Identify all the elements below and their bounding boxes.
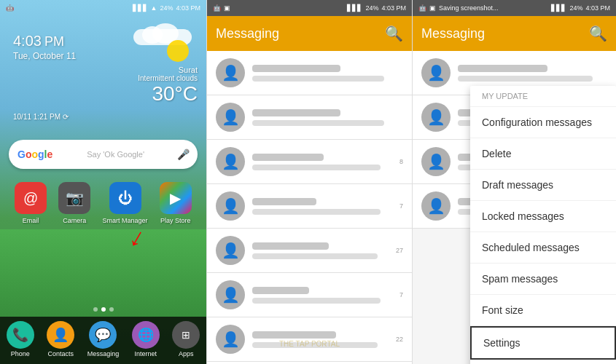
google-logo: Google <box>17 149 52 160</box>
conv-msg-bar <box>252 76 384 82</box>
avatar: 👤 <box>421 58 451 87</box>
battery-text: 24% <box>160 4 173 12</box>
messaging-title: Messaging <box>216 26 279 41</box>
list-item[interactable]: 👤 <box>207 95 412 140</box>
list-item[interactable]: 👤 7 <box>207 273 412 317</box>
watermark-text: THE TAP PORTAL <box>207 340 412 348</box>
conv-content <box>252 109 399 126</box>
nav-messaging[interactable]: 💬 Messaging <box>87 321 120 357</box>
dropdown-item-my-update[interactable]: MY UPDATE <box>470 86 616 107</box>
nav-apps[interactable]: ⊞ Apps <box>172 321 200 357</box>
dropdown-item-config-messages[interactable]: Configuration messages <box>470 107 616 138</box>
avatar: 👤 <box>216 191 245 221</box>
avatar: 👤 <box>216 236 245 265</box>
nav-phone[interactable]: 📞 Phone <box>7 321 34 357</box>
dropdown-item-scheduled-messages[interactable]: Scheduled messages <box>470 232 616 264</box>
google-hint-text: Say 'Ok Google' <box>54 150 177 159</box>
right-status-right: ▋▋▋ 24% 4:03 PM <box>551 4 610 12</box>
email-app-icon[interactable]: @ Email <box>15 182 47 224</box>
right-screenshot-icon: ▣ <box>429 4 436 12</box>
mid-battery: 24% <box>365 4 378 12</box>
dropdown-item-delete[interactable]: Delete <box>470 138 616 170</box>
search-icon[interactable]: 🔍 <box>385 25 403 42</box>
bottom-nav-bar: 📞 Phone 👤 Contacts 💬 Messaging 🌐 Interne… <box>0 317 206 364</box>
dropdown-item-help[interactable]: Help <box>470 360 616 364</box>
dropdown-item-font-size[interactable]: Font size <box>470 295 616 326</box>
saving-text: Saving screenshot... <box>439 4 499 12</box>
right-battery: 24% <box>569 4 582 12</box>
apps-row: @ Email 📷 Camera ⏻ Smart Manager ▶ Play … <box>9 182 198 224</box>
conv-msg-bar <box>252 209 381 215</box>
right-messaging-title: Messaging <box>421 26 485 41</box>
phone-icon: 📞 <box>7 321 34 349</box>
conv-name-bar <box>252 287 309 294</box>
conv-name-bar <box>252 242 329 250</box>
weather-temp: 30°C <box>138 82 198 106</box>
nav-internet[interactable]: 🌐 Internet <box>132 321 160 357</box>
avatar: 👤 <box>421 147 451 176</box>
conv-name-bar <box>458 65 547 72</box>
right-search-icon[interactable]: 🔍 <box>589 25 607 42</box>
home-time-display: 4:03PM Tue, October 11 <box>13 20 76 61</box>
right-time: 4:03 PM <box>585 4 610 12</box>
home-date: Tue, October 11 <box>13 51 76 61</box>
conv-msg-bar <box>252 165 381 170</box>
right-signal: ▋▋▋ <box>551 4 566 12</box>
dropdown-item-draft-messages[interactable]: Draft messages <box>470 170 616 201</box>
nav-contacts[interactable]: 👤 Contacts <box>47 321 74 357</box>
conv-time: 8 <box>399 158 403 165</box>
mic-icon[interactable]: 🎤 <box>177 149 189 160</box>
google-search-bar[interactable]: Google Say 'Ok Google' 🎤 <box>9 140 198 169</box>
smart-manager-app-icon[interactable]: ⏻ Smart Manager <box>103 182 148 224</box>
right-status-bar: 🤖 ▣ Saving screenshot... ▋▋▋ 24% 4:03 PM <box>413 0 616 16</box>
clock-digits: 4:03 <box>13 33 42 49</box>
dropdown-item-settings[interactable]: Settings <box>470 326 616 360</box>
status-bar: 🤖 ▋▋▋ ▲ 24% 4:03 PM <box>0 0 206 16</box>
conv-time: 7 <box>399 202 403 210</box>
list-item[interactable]: 👤 <box>207 51 412 95</box>
right-messaging-header: Messaging 🔍 <box>413 16 616 51</box>
list-item[interactable]: 👤 8 <box>207 140 412 184</box>
time-text: 4:03 PM <box>176 4 200 12</box>
conv-content <box>458 65 607 82</box>
nav-internet-label: Internet <box>134 350 157 357</box>
weather-widget: Surat Intermittent clouds 30°C <box>138 66 198 106</box>
weather-description: Intermittent clouds <box>138 74 198 82</box>
right-android-icon: 🤖 <box>418 4 426 12</box>
messaging-header: Messaging 🔍 <box>207 16 412 51</box>
avatar: 👤 <box>421 103 451 132</box>
date-sync-info: 10/11 1:21 PM ⟳ <box>13 113 69 121</box>
conv-msg-bar <box>252 298 381 304</box>
conversation-list[interactable]: 👤 👤 👤 8 👤 <box>207 51 412 364</box>
nav-phone-label: Phone <box>11 350 30 357</box>
conv-name-bar <box>252 154 324 161</box>
conv-name-bar <box>252 109 340 116</box>
email-icon-img: @ <box>15 182 47 214</box>
dropdown-item-locked-messages[interactable]: Locked messages <box>470 201 616 232</box>
avatar: 👤 <box>216 147 245 176</box>
contacts-icon: 👤 <box>47 321 74 349</box>
conv-time: 7 <box>399 291 403 298</box>
email-label: Email <box>23 217 39 224</box>
dropdown-menu: MY UPDATE Configuration messages Delete … <box>470 86 616 364</box>
avatar: 👤 <box>216 280 245 309</box>
camera-icon-img: 📷 <box>58 182 90 214</box>
camera-label: Camera <box>63 217 86 224</box>
avatar: 👤 <box>216 103 245 132</box>
mid-status-left: 🤖 ▣ <box>213 4 230 12</box>
ampm: PM <box>44 34 64 49</box>
camera-app-icon[interactable]: 📷 Camera <box>58 182 90 224</box>
list-item[interactable]: 👤 7 <box>207 184 412 229</box>
right-status-left: 🤖 ▣ Saving screenshot... <box>418 4 499 12</box>
list-item[interactable]: 👤 27 <box>207 229 412 273</box>
signal-icon: ▋▋▋ <box>133 4 148 12</box>
play-store-icon-img: ▶ <box>160 182 192 214</box>
wifi-icon: ▲ <box>151 4 157 12</box>
conv-content <box>252 198 395 215</box>
play-store-app-icon[interactable]: ▶ Play Store <box>160 182 192 224</box>
conv-content <box>252 65 399 82</box>
nav-apps-label: Apps <box>179 350 194 357</box>
dropdown-item-spam-messages[interactable]: Spam messages <box>470 264 616 295</box>
clock: 4:03PM <box>13 20 76 51</box>
smart-manager-icon-img: ⏻ <box>109 182 141 214</box>
